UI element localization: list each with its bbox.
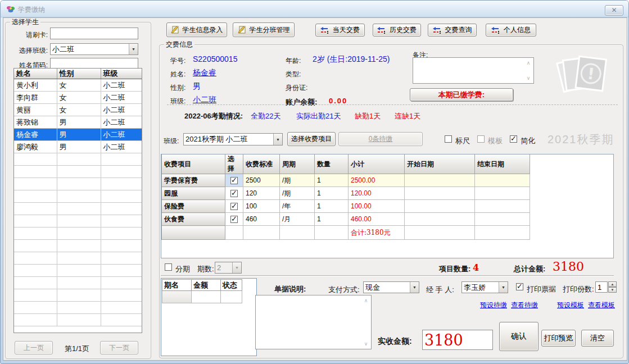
cell [101,302,142,314]
cell [475,226,530,240]
prev-page-button[interactable]: 上一页 [15,341,53,354]
preset-pending-link[interactable]: 预设待缴 [480,301,507,310]
scroll-down-icon[interactable]: ∨ [362,341,370,347]
student-name-value[interactable]: 杨金睿 [193,68,216,78]
preset-template-link[interactable]: 预设模板 [557,301,584,310]
chevron-down-icon[interactable]: ▼ [410,282,419,293]
fee-item-checkbox[interactable] [230,177,238,184]
fee-item-checkbox[interactable] [230,190,238,197]
handler-combo[interactable]: 李玉娇 ▼ [461,281,508,293]
chevron-down-icon: ▼ [232,262,241,273]
class-select-label: 选择班级: [8,46,48,56]
stepper-up-icon[interactable]: ▲ [608,281,617,287]
student-row[interactable]: 杨金睿男小二班 [14,129,142,141]
fee-item-checkbox[interactable] [230,216,238,223]
fee-row[interactable]: 伙食费460/月1460.00 [162,213,530,226]
student-row[interactable]: 黄丽女小二班 [14,104,142,116]
template-checkbox[interactable] [477,135,485,143]
personal-info-button[interactable]: 个人信息 [486,24,536,37]
chevron-down-icon[interactable]: ▼ [129,44,138,54]
cell [101,178,142,190]
cell [101,228,142,240]
student-info-entry-button[interactable]: 学生信息录入 [166,22,227,37]
pay-method-combo[interactable]: 现金 ▼ [363,281,419,293]
gender-value: 男 [193,81,201,92]
student-row[interactable]: 蒋致锦男小二班 [14,116,142,129]
stepper-down-icon[interactable]: ▼ [608,287,617,293]
cell [475,200,530,213]
simplified-checkbox[interactable] [510,135,517,143]
print-copies-label: 打印份数: [563,284,594,294]
swipe-card-input[interactable] [50,28,138,39]
pending-items-button[interactable]: 0条待缴 [338,132,423,146]
term-class-combo[interactable]: 2021秋季期 小二班 ▼ [183,133,283,145]
payment-query-button[interactable]: 交费查询 [428,24,477,37]
view-template-link[interactable]: 查看模板 [588,301,615,310]
student-col-gender[interactable]: 性别 [57,69,101,79]
confirm-button[interactable]: 确认 [499,322,539,351]
periods-combo[interactable]: 2 ▼ [215,262,242,274]
app-window: 学费缴纳 ✕ 选择学生 请刷卡: 选择班级: 小二班 ▼ 姓名简码: 姓名 性别… [0,0,629,364]
student-row[interactable]: 李向群女小二班 [14,92,142,104]
cell: 2500 [243,174,280,187]
student-class-manage-button[interactable]: 学生分班管理 [233,22,295,37]
student-empty-row [14,252,142,265]
chevron-down-icon[interactable]: ▼ [273,134,282,145]
cell: 小二班 [101,141,142,153]
select-student-group-title: 选择学生 [10,18,40,26]
cell [101,166,142,178]
pay-method-label: 支付方式: [328,285,360,295]
cell: 小二班 [101,79,142,92]
cell [405,187,475,200]
button-label: 交费查询 [445,25,472,35]
cell: 杨金睿 [14,129,57,141]
paid-tuition-button[interactable]: 本期已缴学费: [410,88,513,101]
cell: 蒋致锦 [14,116,57,129]
close-button[interactable]: ✕ [605,5,623,16]
scroll-down-icon[interactable]: ∨ [524,75,532,81]
divider [167,104,618,105]
class-select-combo[interactable]: 小二班 ▼ [50,43,138,55]
transfer-arrow-icon [433,26,442,34]
cell [225,174,243,187]
received-amount-input[interactable] [422,330,493,350]
cell [405,200,475,213]
view-pending-link[interactable]: 查看待缴 [511,301,538,310]
select-fee-items-button[interactable]: 选择收费项目 [287,132,336,146]
receipt-note-textarea[interactable]: ∧ ∨ [255,295,372,349]
student-col-name[interactable]: 姓名 [14,69,57,79]
cell [57,190,101,203]
fee-row[interactable]: 学费保育费2500/期12500.00 [162,174,530,187]
today-payment-button[interactable]: 当天交费 [315,24,365,37]
fee-row[interactable]: 园服120/期1120.00 [162,187,530,200]
item-count-label: 项目数量: [439,264,470,274]
print-receipt-checkbox[interactable] [516,283,523,290]
copies-stepper[interactable]: ▲ ▼ [608,281,617,293]
scroll-up-icon[interactable]: ∧ [362,298,370,303]
student-col-class[interactable]: 班级 [101,69,142,79]
installment-checkbox[interactable] [165,263,172,271]
cell [101,215,142,228]
student-class-value[interactable]: 小二班 [193,95,216,105]
edit-doc-icon [171,26,180,34]
ruler-checkbox[interactable] [445,135,452,143]
cell [14,203,57,215]
next-page-button[interactable]: 下一页 [100,341,138,354]
student-row[interactable]: 黄小利女小二班 [14,79,142,92]
note-textarea[interactable]: ∧ ∨ [413,57,534,84]
cell [225,213,243,226]
gender-label: 性别: [170,83,185,93]
fee-row[interactable]: 保险费100/年1100.00 [162,200,530,213]
fee-col-price: 收费标准 [243,154,280,174]
cell: 100 [243,200,280,213]
fee-item-checkbox[interactable] [230,203,238,210]
clear-button[interactable]: 清空 [581,330,614,347]
student-row[interactable]: 廖鸿毅男小二班 [14,141,142,153]
print-preview-button[interactable]: 打印预览 [541,330,576,347]
chevron-down-icon[interactable]: ▼ [499,282,508,293]
print-copies-input[interactable] [595,281,608,293]
history-payment-button[interactable]: 历史交费 [373,24,421,37]
scroll-up-icon[interactable]: ∧ [524,60,532,66]
cell [57,289,101,302]
fee-col-subtotal: 小计 [349,154,405,174]
